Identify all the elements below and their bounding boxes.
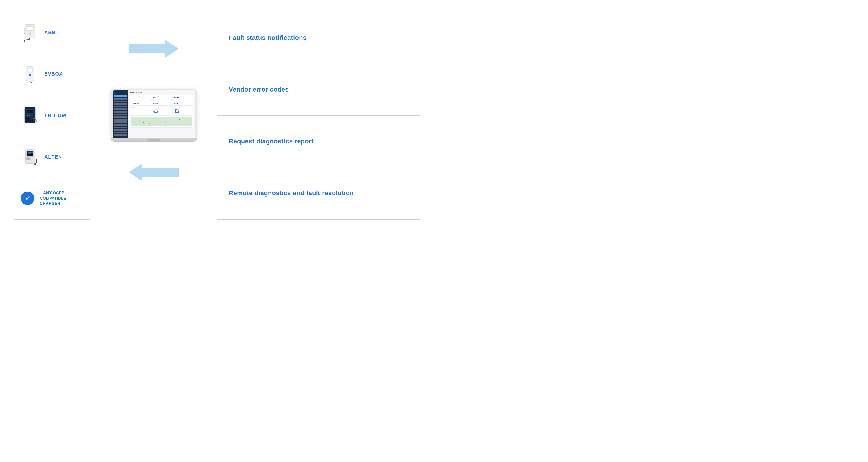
card-bytype-label: Charge Points by Type	[153, 107, 170, 108]
main-container: ABB EVBOX	[0, 0, 434, 231]
card-faults-label: Faults & Connectivity Loss	[131, 95, 149, 97]
dashboard-row1: Faults & Connectivity Loss 4 Active Char…	[130, 95, 193, 99]
sidebar-item-roaming	[114, 121, 127, 123]
dashboard-row2: Total Energy 14,82,989 kWh Total Revenue…	[130, 100, 193, 105]
abb-charger-icon	[23, 24, 37, 41]
map-location-4	[177, 123, 178, 123]
svg-rect-9	[28, 68, 32, 72]
laptop: ⬡	[111, 89, 197, 143]
left-panel: ABB EVBOX	[13, 11, 90, 220]
left-arrow-icon	[129, 162, 179, 183]
svg-rect-21	[26, 120, 35, 122]
charger-item-alfen: ALFEN	[14, 136, 90, 178]
svg-rect-22	[34, 123, 36, 123]
card-charging-sessions: Charging Sessions 103.27k	[173, 95, 193, 99]
feature-item-diagnostics-report: Request diagnostics report	[217, 116, 420, 167]
charger-item-abb: ABB	[14, 12, 90, 53]
sidebar-item-activity	[114, 98, 127, 100]
right-arrow-icon	[129, 39, 179, 59]
svg-point-31	[34, 163, 36, 165]
sidebar-item-dev	[114, 132, 127, 134]
donut-chart-2	[174, 109, 180, 113]
svg-rect-28	[28, 153, 31, 154]
card-users: New Users 1,003	[173, 100, 193, 105]
card-charging-label: Charging Sessions	[174, 95, 192, 97]
card-energy: Total Energy 14,82,989 kWh	[130, 100, 151, 105]
donut-chart	[153, 109, 159, 113]
sidebar-item-apps	[114, 129, 127, 131]
feature-label-fault-status: Fault status notifications	[229, 34, 307, 41]
feature-label-vendor-error: Vendor error codes	[229, 86, 289, 93]
svg-rect-12	[31, 83, 33, 83]
card-by-city: Locations by City	[173, 106, 193, 115]
ocpp-check-icon: ✓	[25, 195, 30, 202]
card-newpoints-label: New Charge Points	[131, 107, 149, 108]
sidebar-item-network	[114, 101, 127, 102]
card-users-label: New Users	[174, 101, 192, 102]
feature-label-diagnostics-report: Request diagnostics report	[229, 138, 314, 145]
card-active-sessions: Active Charging Sessions 2031	[151, 95, 172, 99]
card-active-value: 2031	[153, 97, 170, 99]
evbox-charger-icon	[23, 65, 37, 83]
feature-item-fault-status: Fault status notifications	[217, 12, 420, 64]
right-panel: Fault status notifications Vendor error …	[217, 11, 421, 220]
card-active-label: Active Charging Sessions	[153, 95, 170, 97]
laptop-screen-outer: ⬡	[111, 89, 197, 138]
charger-item-tritium: TRITIUM	[14, 95, 90, 136]
card-newpoints-value: 750	[131, 109, 149, 110]
charger-label-evbox: EVBOX	[44, 71, 63, 77]
arrow-left	[129, 162, 179, 183]
charger-item-ocpp: ✓ + ANY OCPP -COMPATIBLE CHARGER	[14, 178, 90, 219]
ocpp-icon: ✓	[21, 191, 34, 205]
sidebar-item-assets	[114, 116, 127, 118]
sidebar-item-partners	[114, 111, 127, 113]
charger-label-ocpp: + ANY OCPP -COMPATIBLE CHARGER	[40, 190, 83, 206]
svg-rect-20	[26, 117, 30, 119]
sidebar-item-dashboard	[114, 95, 127, 97]
charger-image-abb	[21, 22, 39, 43]
svg-rect-4	[29, 34, 31, 35]
svg-rect-6	[24, 28, 25, 34]
svg-rect-27	[28, 152, 33, 153]
svg-marker-37	[129, 163, 179, 181]
charger-image-evbox	[21, 64, 39, 84]
svg-point-11	[29, 74, 30, 75]
card-faults: Faults & Connectivity Loss 4	[130, 95, 151, 99]
arrow-right	[129, 39, 179, 60]
charger-label-alfen: ALFEN	[44, 154, 62, 160]
laptop-notch	[147, 139, 160, 141]
sidebar-item-analytics	[114, 127, 127, 128]
svg-point-18	[29, 115, 30, 117]
sidebar-item-control	[114, 119, 127, 121]
svg-rect-16	[26, 110, 33, 113]
dashboard-breadcrumb: Home / Dashboard	[130, 92, 142, 93]
svg-point-30	[28, 158, 29, 159]
laptop-base	[111, 138, 197, 141]
svg-point-3	[29, 32, 31, 34]
sidebar-item-energy	[114, 106, 127, 107]
sidebar-item-system	[114, 134, 127, 136]
map-location-3	[171, 121, 172, 121]
laptop-header: Home / Dashboard	[130, 92, 193, 93]
laptop-screen: ⬡	[113, 90, 195, 138]
sidebar-item-product	[114, 114, 127, 115]
center-area: ⬡	[90, 11, 217, 220]
alfen-charger-icon	[23, 148, 37, 166]
map-card	[130, 116, 193, 127]
card-new-points: New Charge Points 750	[130, 106, 151, 115]
sidebar-item-plug	[114, 124, 127, 126]
map-location-6	[143, 122, 144, 123]
card-charging-value: 103.27k	[174, 97, 192, 99]
svg-rect-2	[27, 27, 33, 30]
card-energy-value: 14,82,989 kWh	[131, 103, 149, 104]
svg-marker-32	[129, 40, 179, 58]
svg-point-17	[26, 115, 28, 117]
card-bycity-label: Locations by City	[174, 107, 192, 108]
sidebar-logo: ⬡	[114, 92, 127, 94]
map-location-1	[156, 120, 156, 121]
feature-item-remote-diagnostics: Remote diagnostics and fault resolution	[217, 167, 420, 219]
map-background	[131, 117, 192, 126]
feature-label-remote-diagnostics: Remote diagnostics and fault resolution	[229, 189, 354, 197]
sidebar-item-drivers	[114, 108, 127, 110]
laptop-sidebar: ⬡	[113, 90, 128, 138]
